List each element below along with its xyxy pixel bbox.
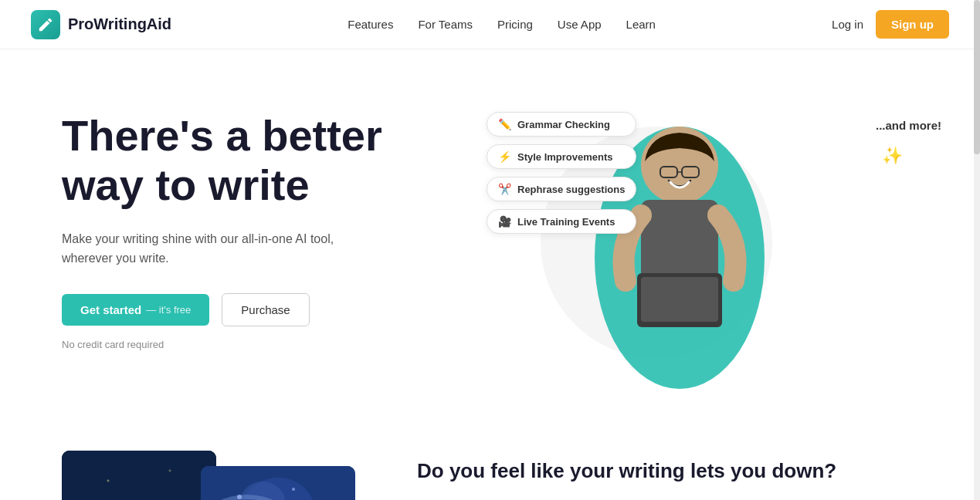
svg-rect-19 bbox=[201, 466, 355, 500]
training-icon: 🎥 bbox=[498, 215, 511, 228]
nav-item-for-teams[interactable]: For Teams bbox=[418, 18, 473, 31]
scrollbar-thumb[interactable] bbox=[974, 0, 980, 154]
get-started-button[interactable]: Get started — it's free bbox=[62, 294, 209, 326]
svg-rect-8 bbox=[62, 451, 216, 500]
rephrase-icon: ✂️ bbox=[498, 183, 511, 195]
nav-item-use-app[interactable]: Use App bbox=[558, 18, 602, 31]
and-more-label: ...and more! bbox=[876, 119, 941, 132]
hero-visual: ✏️ Grammar Checking ⚡ Style Improvements… bbox=[463, 96, 949, 389]
logo-link[interactable]: ProWritingAid bbox=[31, 10, 171, 39]
lower-body: We know what it's like to feel the FEAR … bbox=[417, 497, 918, 500]
logo-text: ProWritingAid bbox=[68, 15, 171, 33]
svg-point-15 bbox=[107, 481, 109, 482]
hero-section: There's a better way to write Make your … bbox=[0, 49, 980, 420]
lower-images: My idea in my head bbox=[62, 451, 355, 500]
svg-point-22 bbox=[237, 495, 242, 499]
image-card-1 bbox=[62, 451, 216, 500]
nav-item-features[interactable]: Features bbox=[348, 18, 393, 31]
svg-point-21 bbox=[239, 481, 286, 500]
hero-content: There's a better way to write Make your … bbox=[62, 96, 463, 350]
nav-item-pricing[interactable]: Pricing bbox=[497, 18, 533, 31]
svg-point-10 bbox=[120, 470, 158, 500]
svg-point-11 bbox=[83, 465, 86, 468]
svg-point-20 bbox=[239, 478, 317, 500]
grammar-icon: ✏️ bbox=[498, 118, 511, 130]
pill-training: 🎥 Live Training Events bbox=[487, 209, 636, 234]
hero-subtitle: Make your writing shine with our all-in-… bbox=[62, 229, 340, 269]
purchase-button[interactable]: Purchase bbox=[222, 293, 309, 326]
svg-point-9 bbox=[81, 462, 104, 485]
svg-point-13 bbox=[176, 468, 179, 471]
lower-heading: Do you feel like your writing lets you d… bbox=[417, 458, 918, 485]
logo-icon bbox=[31, 10, 60, 39]
nav-links: Features For Teams Pricing Use App Learn bbox=[348, 18, 656, 32]
navbar: ProWritingAid Features For Teams Pricing… bbox=[0, 0, 980, 49]
pill-style: ⚡ Style Improvements bbox=[487, 144, 636, 169]
style-icon: ⚡ bbox=[498, 150, 511, 163]
image-card-2 bbox=[201, 466, 355, 500]
lower-text: Do you feel like your writing lets you d… bbox=[417, 451, 918, 500]
scrollbar[interactable] bbox=[974, 0, 980, 500]
sparkle-icon: ✨ bbox=[882, 146, 903, 166]
hero-title: There's a better way to write bbox=[62, 111, 463, 211]
login-button[interactable]: Log in bbox=[832, 18, 863, 31]
svg-rect-7 bbox=[641, 277, 718, 322]
svg-point-14 bbox=[192, 458, 194, 459]
signup-button[interactable]: Sign up bbox=[876, 10, 949, 39]
hero-cta-group: Get started — it's free Purchase bbox=[62, 293, 463, 326]
nav-actions: Log in Sign up bbox=[832, 10, 949, 39]
no-credit-text: No credit card required bbox=[62, 339, 463, 350]
feature-pills: ✏️ Grammar Checking ⚡ Style Improvements… bbox=[487, 112, 636, 234]
svg-point-12 bbox=[123, 461, 125, 464]
pill-rephrase: ✂️ Rephrase suggestions bbox=[487, 177, 636, 201]
nav-item-learn[interactable]: Learn bbox=[626, 18, 656, 31]
pill-grammar: ✏️ Grammar Checking bbox=[487, 112, 636, 137]
lower-section: My idea in my head Do you feel like your… bbox=[0, 420, 980, 500]
svg-point-23 bbox=[292, 488, 295, 491]
